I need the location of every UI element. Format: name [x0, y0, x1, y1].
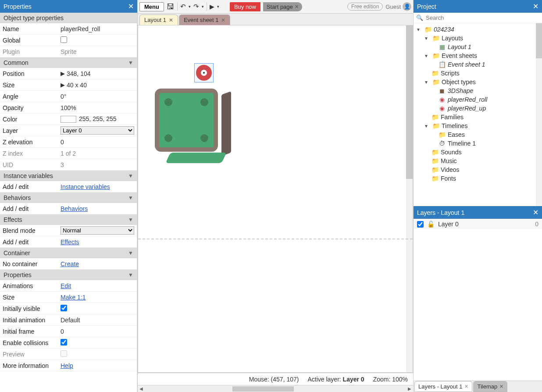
close-icon[interactable]: ✕ [464, 384, 468, 389]
tree-eases[interactable]: 📁Eases [414, 130, 542, 139]
tab-eventsheet1[interactable]: Event sheet 1✕ [179, 14, 231, 25]
prop-value-name[interactable]: playerRed_roll [61, 25, 134, 32]
tree-eventsheets[interactable]: ▼📁Event sheets [414, 51, 542, 60]
folder-icon: 📁 [431, 157, 439, 164]
project-search[interactable]: 🔍 [414, 13, 542, 23]
close-icon[interactable]: ✕ [221, 17, 225, 23]
chevron-down-icon[interactable]: ▼ [128, 272, 133, 278]
scrollbar-thumb[interactable] [232, 386, 294, 392]
prop-value-layer[interactable]: Layer 0 [61, 126, 134, 135]
section-props[interactable]: Properties ▼ [0, 270, 137, 280]
prop-label-preview: Preview [3, 351, 61, 358]
redo-dropdown-icon[interactable]: ▾ [202, 4, 204, 9]
scrollbar-thumb[interactable] [406, 25, 413, 179]
layer-visible-checkbox[interactable] [417, 221, 424, 228]
selected-sprite-playerred-roll[interactable] [194, 63, 214, 82]
link-edit-animations[interactable]: Edit [61, 282, 71, 289]
tab-tilemap[interactable]: Tilemap✕ [473, 381, 507, 392]
link-behaviors[interactable]: Behaviors [61, 205, 88, 212]
close-icon[interactable]: ✕ [533, 208, 538, 217]
scrollbar-track[interactable] [145, 386, 406, 392]
tree-eventsheet1[interactable]: 📋Event sheet 1 [414, 60, 542, 69]
layer-select[interactable]: Layer 0 [61, 126, 134, 135]
enable-collisions-checkbox[interactable] [61, 339, 67, 346]
chevron-down-icon[interactable]: ▼ [128, 217, 133, 223]
redo-icon[interactable]: ↷ [193, 3, 199, 11]
tree-sounds[interactable]: 📁Sounds [414, 148, 542, 157]
scrollbar-thumb[interactable] [536, 23, 542, 58]
section-object-type[interactable]: Object type properties [0, 13, 137, 23]
prop-value-size[interactable]: 40 x 40 [67, 82, 134, 89]
tab-layers[interactable]: Layers - Layout 1✕ [414, 381, 472, 392]
close-icon[interactable]: ✕ [295, 4, 299, 10]
menu-button[interactable]: Menu [139, 2, 164, 11]
vertical-scrollbar[interactable] [406, 25, 413, 372]
chevron-down-icon[interactable]: ▼ [128, 173, 133, 179]
section-common[interactable]: Common ▼ [0, 57, 137, 68]
section-instance-vars[interactable]: Instance variables ▼ [0, 171, 137, 181]
link-create-container[interactable]: Create [61, 260, 79, 267]
scroll-right-icon[interactable]: ▶ [406, 386, 413, 391]
expand-icon[interactable]: ▶ [61, 82, 65, 88]
close-icon[interactable]: ✕ [128, 2, 134, 11]
guest-label[interactable]: Guest👤 [385, 2, 411, 11]
section-container[interactable]: Container ▼ [0, 248, 137, 258]
undo-icon[interactable]: ↶ [180, 3, 186, 11]
search-input[interactable] [426, 14, 539, 21]
blend-select[interactable]: Normal [61, 226, 134, 235]
tree-music[interactable]: 📁Music [414, 157, 542, 165]
layout-view[interactable] [138, 25, 413, 373]
prop-value-opacity[interactable]: 100% [61, 104, 134, 111]
start-page-tab[interactable]: Start page✕ [263, 2, 302, 11]
section-effects[interactable]: Effects ▼ [0, 214, 137, 225]
tree-timelines[interactable]: ▼📁Timelines [414, 121, 542, 130]
prop-value-initanim[interactable]: Default [61, 317, 134, 324]
close-icon[interactable]: ✕ [533, 2, 538, 11]
link-make-1-1[interactable]: Make 1:1 [61, 294, 86, 301]
prop-value-zelev[interactable]: 0 [61, 139, 134, 146]
global-checkbox[interactable] [61, 36, 67, 43]
tree-timeline1[interactable]: ⏱Timeline 1 [414, 139, 542, 148]
scroll-left-icon[interactable]: ◀ [138, 386, 145, 391]
prop-value-color[interactable]: 255, 255, 255 [61, 115, 134, 123]
color-swatch[interactable] [61, 116, 76, 123]
tree-scripts[interactable]: 📁Scripts [414, 69, 542, 78]
tree-3dshape[interactable]: ◼3DShape [414, 86, 542, 95]
link-instance-variables[interactable]: Instance variables [61, 183, 110, 190]
tree-families[interactable]: 📁Families [414, 113, 542, 121]
tree-playerred-roll[interactable]: ◉playerRed_roll [414, 95, 542, 104]
tree-layouts[interactable]: ▼📁Layouts [414, 34, 542, 43]
tree-project-root[interactable]: ▼📁024234 [414, 25, 542, 34]
play-icon[interactable]: ▶ [210, 3, 214, 10]
chevron-down-icon[interactable]: ▼ [128, 195, 133, 201]
tree-fonts[interactable]: 📁Fonts [414, 174, 542, 183]
init-visible-checkbox[interactable] [61, 305, 67, 311]
undo-dropdown-icon[interactable]: ▾ [189, 4, 191, 9]
chevron-down-icon[interactable]: ▼ [128, 250, 133, 256]
tree-layout1[interactable]: ▦Layout 1 [414, 43, 542, 51]
save-icon[interactable]: 🖫 [167, 2, 175, 11]
prop-value-angle[interactable]: 0° [61, 93, 134, 100]
tab-layout1[interactable]: Layout 1✕ [139, 14, 178, 25]
horizontal-scrollbar[interactable]: ◀ ▶ [138, 385, 413, 392]
tree-playerred-up[interactable]: ◉playerRed_up [414, 104, 542, 113]
tree-videos[interactable]: 📁Videos [414, 165, 542, 174]
expand-icon[interactable]: ▶ [61, 70, 65, 77]
prop-value-position[interactable]: 348, 104 [67, 70, 134, 77]
close-icon[interactable]: ✕ [499, 384, 503, 389]
section-behaviors[interactable]: Behaviors ▼ [0, 192, 137, 203]
play-dropdown-icon[interactable]: ▾ [217, 4, 219, 9]
tree-objecttypes[interactable]: ▼📁Object types [414, 78, 542, 86]
layer-row[interactable]: 🔓 Layer 0 0 [414, 219, 542, 229]
lock-icon[interactable]: 🔓 [427, 221, 435, 228]
prop-value-blend[interactable]: Normal [61, 226, 134, 235]
close-icon[interactable]: ✕ [169, 17, 173, 23]
chevron-down-icon[interactable]: ▼ [128, 60, 133, 66]
link-help[interactable]: Help [61, 362, 73, 369]
link-effects[interactable]: Effects [61, 239, 79, 246]
buy-now-button[interactable]: Buy now [230, 2, 260, 11]
tree-scrollbar[interactable] [536, 23, 542, 206]
prop-value-initframe[interactable]: 0 [61, 328, 134, 335]
prop-label-addedit3: Add / edit [3, 239, 61, 246]
object-3dshape[interactable] [153, 87, 225, 159]
